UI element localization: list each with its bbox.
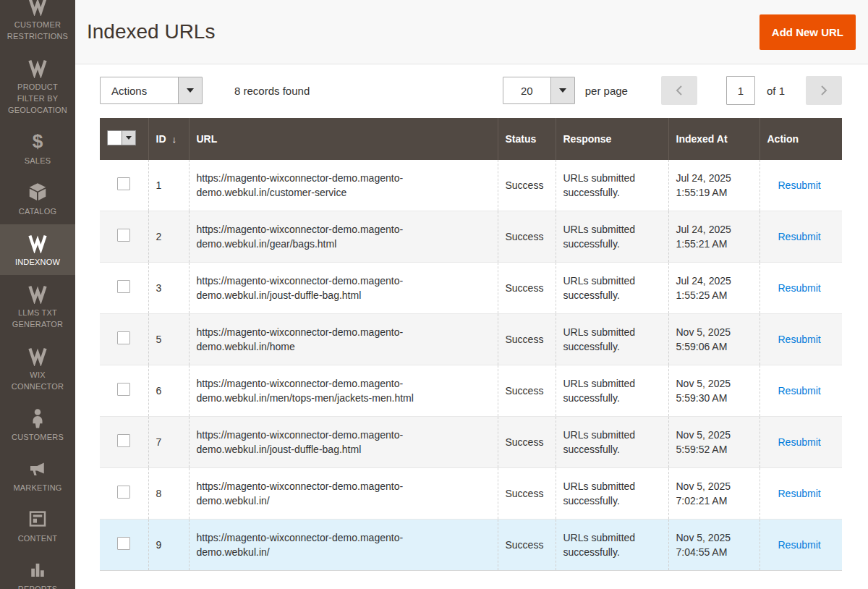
sidebar-item-customer-restrictions[interactable]: CUSTOMER RESTRICTIONS bbox=[0, 0, 75, 49]
cell-response: URLs submitted successfully. bbox=[556, 263, 668, 314]
resubmit-link[interactable]: Resubmit bbox=[778, 231, 821, 242]
sidebar-item-sales[interactable]: $ SALES bbox=[0, 123, 75, 174]
resubmit-link[interactable]: Resubmit bbox=[778, 539, 821, 551]
resubmit-link[interactable]: Resubmit bbox=[778, 282, 821, 294]
grid-header-row: ID URL Status Response Indexed At Action bbox=[100, 118, 842, 160]
column-header-action[interactable]: Action bbox=[760, 118, 842, 160]
resubmit-link[interactable]: Resubmit bbox=[778, 334, 821, 345]
cell-id: 8 bbox=[148, 468, 189, 520]
cell-select bbox=[100, 520, 148, 571]
chevron-left-icon bbox=[675, 85, 684, 96]
webkul-w-icon bbox=[27, 344, 48, 366]
sidebar-item-marketing[interactable]: MARKETING bbox=[0, 450, 75, 501]
per-page-value: 20 bbox=[503, 77, 550, 103]
select-all-checkbox[interactable] bbox=[107, 130, 122, 145]
cell-status: Success bbox=[498, 468, 556, 520]
table-row: 9 https://magento-wixconnector-demo.mage… bbox=[100, 520, 842, 571]
column-header-indexed-at[interactable]: Indexed At bbox=[668, 118, 760, 160]
sidebar-item-product-filter-by-geolocation[interactable]: PRODUCT FILTER BY GEOLOCATION bbox=[0, 49, 75, 123]
column-header-url[interactable]: URL bbox=[189, 118, 498, 160]
row-checkbox[interactable] bbox=[117, 383, 130, 396]
column-header-response[interactable]: Response bbox=[556, 118, 668, 160]
cell-response: URLs submitted successfully. bbox=[556, 211, 668, 263]
table-row: 5 https://magento-wixconnector-demo.mage… bbox=[100, 314, 842, 365]
cell-action: Resubmit bbox=[760, 263, 842, 314]
sidebar-item-label: INDEXNOW bbox=[15, 256, 60, 268]
sidebar-item-customers[interactable]: CUSTOMERS bbox=[0, 399, 75, 450]
box-icon bbox=[27, 181, 48, 203]
page-of-label: of 1 bbox=[767, 85, 785, 97]
sidebar-item-catalog[interactable]: CATALOG bbox=[0, 174, 75, 224]
actions-dropdown-label: Actions bbox=[101, 77, 178, 103]
caret-down-icon bbox=[187, 88, 194, 93]
select-all-control[interactable] bbox=[107, 130, 136, 145]
cell-status: Success bbox=[498, 365, 556, 417]
cell-response: URLs submitted successfully. bbox=[556, 520, 668, 571]
row-checkbox[interactable] bbox=[117, 177, 130, 190]
row-checkbox[interactable] bbox=[117, 331, 130, 344]
resubmit-link[interactable]: Resubmit bbox=[778, 385, 821, 397]
resubmit-link[interactable]: Resubmit bbox=[778, 488, 821, 499]
sidebar-item-label: CUSTOMERS bbox=[12, 431, 64, 443]
next-page-button[interactable] bbox=[806, 76, 842, 105]
per-page-select-arrow[interactable] bbox=[550, 77, 574, 103]
row-checkbox[interactable] bbox=[117, 537, 130, 550]
webkul-w-icon bbox=[27, 232, 48, 253]
sidebar-item-content[interactable]: CONTENT bbox=[0, 501, 75, 551]
cell-url: https://magento-wixconnector-demo.magent… bbox=[189, 314, 498, 365]
row-checkbox[interactable] bbox=[117, 486, 130, 499]
prev-page-button[interactable] bbox=[661, 76, 697, 105]
add-new-url-button[interactable]: Add New URL bbox=[760, 14, 856, 50]
cell-response: URLs submitted successfully. bbox=[556, 468, 668, 520]
table-row: 6 https://magento-wixconnector-demo.mage… bbox=[100, 365, 842, 417]
cell-indexed-at: Nov 5, 2025 5:59:30 AM bbox=[668, 365, 760, 417]
per-page-label: per page bbox=[585, 85, 628, 97]
cell-action: Resubmit bbox=[760, 520, 842, 571]
cell-id: 2 bbox=[148, 211, 189, 263]
per-page-select[interactable]: 20 bbox=[503, 77, 575, 104]
table-row: 2 https://magento-wixconnector-demo.mage… bbox=[100, 211, 842, 263]
chevron-right-icon bbox=[820, 85, 828, 96]
webkul-w-icon bbox=[27, 0, 48, 16]
cell-status: Success bbox=[498, 314, 556, 365]
sort-arrow-down-icon bbox=[172, 134, 177, 145]
sidebar-item-label: MARKETING bbox=[13, 482, 61, 493]
page-title: Indexed URLs bbox=[87, 20, 215, 43]
cell-select bbox=[100, 314, 148, 365]
cell-response: URLs submitted successfully. bbox=[556, 160, 668, 211]
cell-indexed-at: Nov 5, 2025 7:02:21 AM bbox=[668, 468, 760, 520]
indexed-urls-grid: ID URL Status Response Indexed At Action… bbox=[100, 118, 842, 571]
row-checkbox[interactable] bbox=[117, 229, 130, 242]
records-count: 8 records found bbox=[234, 85, 310, 97]
resubmit-link[interactable]: Resubmit bbox=[778, 436, 821, 448]
cell-response: URLs submitted successfully. bbox=[556, 365, 668, 417]
sidebar-item-reports[interactable]: REPORTS bbox=[0, 551, 75, 589]
actions-dropdown-arrow[interactable] bbox=[178, 77, 202, 103]
table-row: 8 https://magento-wixconnector-demo.mage… bbox=[100, 468, 842, 520]
cell-indexed-at: Nov 5, 2025 7:04:55 AM bbox=[668, 520, 760, 571]
column-header-status[interactable]: Status bbox=[498, 118, 556, 160]
cell-response: URLs submitted successfully. bbox=[556, 314, 668, 365]
select-all-dropdown[interactable] bbox=[122, 130, 136, 145]
cell-url: https://magento-wixconnector-demo.magent… bbox=[189, 365, 498, 417]
megaphone-icon bbox=[27, 457, 48, 479]
sidebar-item-label: PRODUCT FILTER BY GEOLOCATION bbox=[4, 81, 71, 116]
actions-dropdown[interactable]: Actions bbox=[100, 77, 203, 104]
dollar-icon: $ bbox=[27, 130, 48, 152]
cell-status: Success bbox=[498, 520, 556, 571]
row-checkbox[interactable] bbox=[117, 434, 130, 447]
svg-text:$: $ bbox=[33, 130, 43, 152]
column-header-id[interactable]: ID bbox=[148, 118, 189, 160]
page-number-input[interactable] bbox=[726, 76, 755, 105]
sidebar-item-indexnow[interactable]: INDEXNOW bbox=[0, 224, 75, 275]
sidebar-item-label: SALES bbox=[25, 155, 51, 166]
cell-action: Resubmit bbox=[760, 160, 842, 211]
resubmit-link[interactable]: Resubmit bbox=[778, 179, 821, 191]
cell-action: Resubmit bbox=[760, 417, 842, 468]
cell-response: URLs submitted successfully. bbox=[556, 417, 668, 468]
cell-status: Success bbox=[498, 211, 556, 263]
sidebar-item-label: WIX CONNECTOR bbox=[4, 369, 71, 392]
sidebar-item-wix-connector[interactable]: WIX CONNECTOR bbox=[0, 337, 75, 399]
sidebar-item-llms-txt-generator[interactable]: LLMS TXT GENERATOR bbox=[0, 275, 75, 337]
row-checkbox[interactable] bbox=[117, 280, 130, 293]
